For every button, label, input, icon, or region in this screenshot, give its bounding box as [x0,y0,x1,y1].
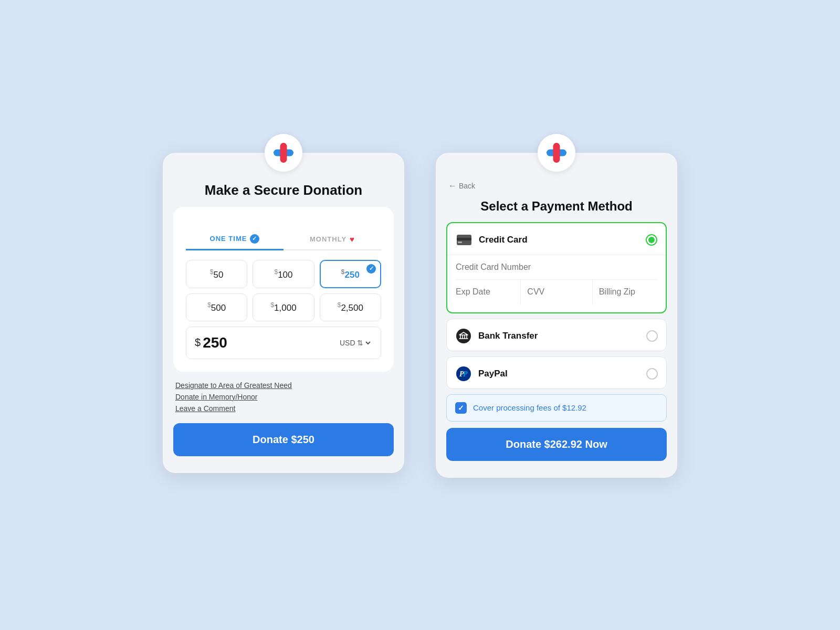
bank-transfer-radio[interactable] [646,330,658,342]
logo-circle [265,134,302,172]
amount-100[interactable]: $100 [253,260,314,289]
tab-monthly-label: MONTHLY [310,235,346,243]
paypal-radio[interactable] [646,368,658,380]
amount-check-icon: ✓ [366,264,376,274]
svg-rect-2 [458,242,462,243]
link-comment[interactable]: Leave a Comment [175,404,392,413]
payment-title: Select a Payment Method [448,199,665,214]
tab-one-time-badge [250,234,259,244]
payment-logo-wrap [436,134,677,172]
bank-transfer-header: Bank Transfer [447,319,666,351]
logo-wrap [163,134,404,172]
page-wrapper: Make a Secure Donation ONE TIME MONTHLY … [142,121,698,509]
cc-exp-input[interactable] [456,280,521,304]
donation-form: ONE TIME MONTHLY ♥ $50 $100 $250 ✓ $500 … [173,207,394,372]
amount-2500[interactable]: $2,500 [320,293,381,321]
amount-500[interactable]: $500 [186,293,247,321]
amount-1000[interactable]: $1,000 [253,293,314,321]
credit-card-header: Credit Card [447,223,666,255]
credit-card-icon [456,232,472,248]
frequency-tabs: ONE TIME MONTHLY ♥ [186,228,381,250]
currency-select[interactable]: USD ⇅ [338,338,372,348]
amount-grid: $50 $100 $250 ✓ $500 $1,000 $2,500 [186,260,381,321]
donation-card: Make a Secure Donation ONE TIME MONTHLY … [163,153,404,473]
fee-label: Cover processing fees of $12.92 [473,403,586,412]
payment-logo-circle [538,134,575,172]
payment-option-bank-transfer[interactable]: Bank Transfer [446,319,667,351]
credit-card-radio[interactable] [646,234,657,246]
cc-cvv-input[interactable] [521,280,592,304]
plus-logo-icon [274,143,293,163]
svg-point-3 [456,329,471,343]
svg-text:P: P [463,370,468,378]
tab-monthly-badge: ♥ [350,235,355,244]
payment-card: ← Back Select a Payment Method [436,153,677,478]
donate-button[interactable]: Donate $250 [173,423,394,456]
back-arrow-icon: ← [448,181,457,191]
custom-amount-input[interactable] [203,334,338,351]
dollar-sign: $ [195,337,201,349]
back-button[interactable]: ← Back [448,181,475,191]
payment-plus-logo-icon [547,143,566,163]
back-label: Back [459,182,475,190]
paypal-icon: P P [455,365,472,382]
donate-now-button[interactable]: Donate $262.92 Now [446,428,667,461]
payment-method-section: Credit Card [436,222,677,389]
fee-row[interactable]: Cover processing fees of $12.92 [446,394,667,422]
svg-rect-1 [457,238,471,240]
payment-option-paypal[interactable]: P P PayPal [446,356,667,389]
links-section: Designate to Area of Greatest Need Donat… [163,372,404,413]
payment-option-credit-card[interactable]: Credit Card [446,222,667,313]
card-title: Make a Secure Donation [175,182,392,198]
tab-monthly[interactable]: MONTHLY ♥ [284,228,381,249]
cc-extra-fields [456,279,657,304]
tab-one-time-label: ONE TIME [210,235,247,243]
amount-250[interactable]: $250 ✓ [320,260,381,289]
credit-card-fields [447,255,666,312]
custom-amount-wrap: $ USD ⇅ [186,327,381,359]
payment-card-header: ← Back [436,172,677,191]
cc-zip-input[interactable] [593,280,657,304]
tab-one-time[interactable]: ONE TIME [186,228,284,250]
link-memory-honor[interactable]: Donate in Memory/Honor [175,393,392,401]
paypal-header: P P PayPal [447,357,666,388]
bank-transfer-icon [455,328,472,344]
credit-card-label: Credit Card [479,235,646,245]
fee-checkbox[interactable] [455,402,467,414]
link-area-of-need[interactable]: Designate to Area of Greatest Need [175,381,392,390]
amount-50[interactable]: $50 [186,260,247,289]
cc-number-input[interactable] [456,255,657,279]
paypal-label: PayPal [478,369,646,379]
bank-transfer-label: Bank Transfer [478,331,646,341]
